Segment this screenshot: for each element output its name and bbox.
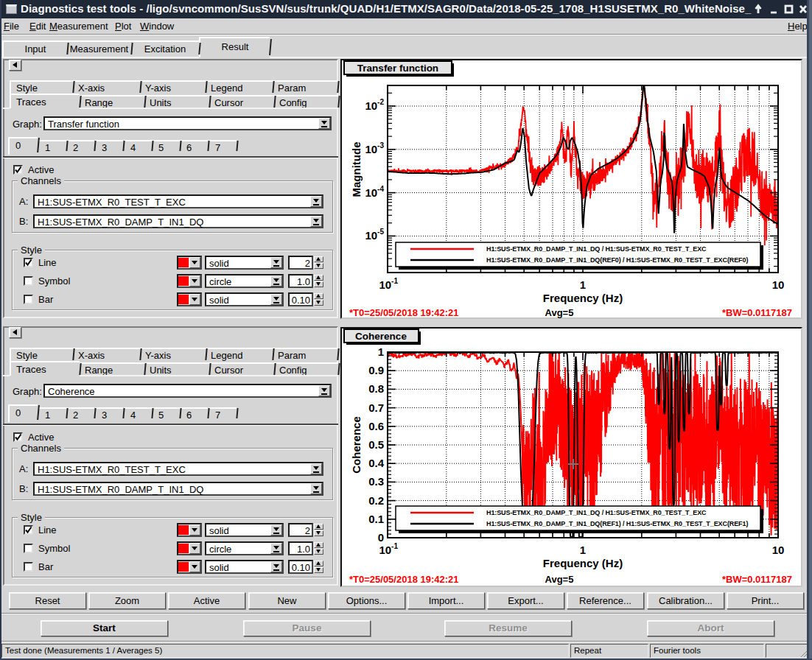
svg-text:10-3: 10-3 <box>365 141 384 155</box>
svg-text:*BW=0.0117187: *BW=0.0117187 <box>722 574 792 585</box>
svg-text:*T0=25/05/2018 19:42:21: *T0=25/05/2018 19:42:21 <box>349 574 459 585</box>
svg-text:*BW=0.0117187: *BW=0.0117187 <box>722 307 792 318</box>
svg-text:Coherence: Coherence <box>355 331 407 342</box>
svg-text:10-1: 10-1 <box>379 277 398 291</box>
svg-text:0: 0 <box>378 531 384 544</box>
svg-text:Frequency (Hz): Frequency (Hz) <box>543 557 623 569</box>
svg-text:Coherence: Coherence <box>350 416 363 474</box>
svg-text:Avg=5: Avg=5 <box>545 574 574 585</box>
svg-text:Frequency (Hz): Frequency (Hz) <box>543 292 623 304</box>
svg-text:1: 1 <box>580 544 586 556</box>
svg-text:0.7: 0.7 <box>368 401 384 414</box>
svg-text:1: 1 <box>378 345 384 358</box>
svg-text:0.3: 0.3 <box>368 475 384 488</box>
svg-text:Magnitude: Magnitude <box>350 142 363 197</box>
svg-text:10-1: 10-1 <box>379 542 398 556</box>
svg-text:10-5: 10-5 <box>365 228 384 242</box>
svg-text:10-2: 10-2 <box>365 98 384 112</box>
svg-text:10: 10 <box>772 278 785 291</box>
svg-text:10-4: 10-4 <box>365 185 384 199</box>
svg-text:H1:SUS-ETMX_R0_DAMP_T_IN1_DQ(R: H1:SUS-ETMX_R0_DAMP_T_IN1_DQ(REF1) / H1:… <box>486 520 748 527</box>
svg-text:Avg=5: Avg=5 <box>545 307 574 318</box>
svg-text:0.1: 0.1 <box>368 513 384 525</box>
svg-text:H1:SUS-ETMX_R0_DAMP_T_IN1_DQ /: H1:SUS-ETMX_R0_DAMP_T_IN1_DQ / H1:SUS-ET… <box>486 245 707 253</box>
svg-text:0.5: 0.5 <box>368 438 384 451</box>
svg-text:1: 1 <box>580 278 586 291</box>
svg-text:*T0=25/05/2018 19:42:21: *T0=25/05/2018 19:42:21 <box>349 307 459 318</box>
svg-text:0.2: 0.2 <box>368 494 384 507</box>
svg-text:0.4: 0.4 <box>368 457 385 469</box>
svg-text:H1:SUS-ETMX_R0_DAMP_T_IN1_DQ /: H1:SUS-ETMX_R0_DAMP_T_IN1_DQ / H1:SUS-ET… <box>486 509 707 516</box>
svg-text:0.8: 0.8 <box>368 382 384 395</box>
svg-text:0.6: 0.6 <box>368 420 384 432</box>
svg-text:10: 10 <box>772 544 785 556</box>
svg-text:H1:SUS-ETMX_R0_DAMP_T_IN1_DQ(R: H1:SUS-ETMX_R0_DAMP_T_IN1_DQ(REF0) / H1:… <box>486 256 748 264</box>
svg-text:Transfer function: Transfer function <box>357 63 438 74</box>
svg-text:0.9: 0.9 <box>368 364 384 376</box>
